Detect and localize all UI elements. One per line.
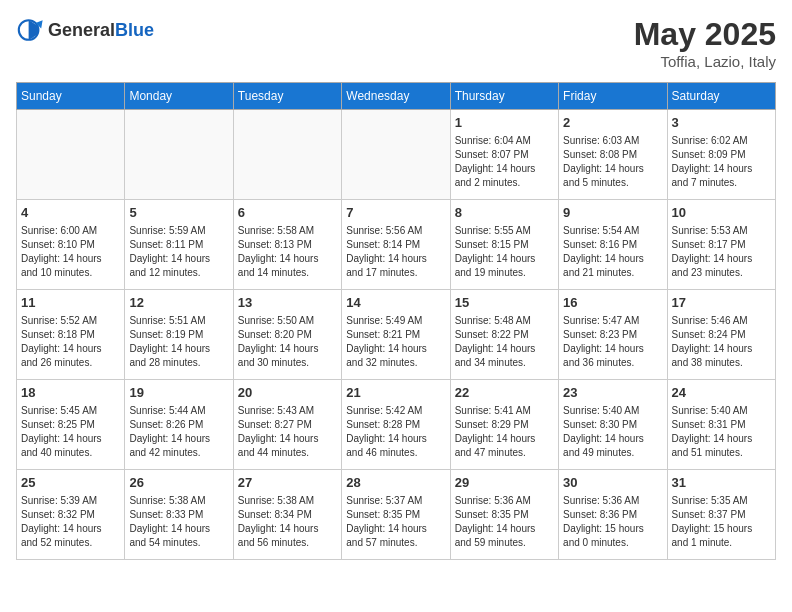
day-info: Sunrise: 5:53 AM Sunset: 8:17 PM Dayligh…	[672, 224, 771, 280]
calendar-cell: 14Sunrise: 5:49 AM Sunset: 8:21 PM Dayli…	[342, 290, 450, 380]
day-number: 18	[21, 384, 120, 402]
day-number: 26	[129, 474, 228, 492]
day-info: Sunrise: 5:50 AM Sunset: 8:20 PM Dayligh…	[238, 314, 337, 370]
day-number: 12	[129, 294, 228, 312]
logo-general: General	[48, 20, 115, 40]
day-info: Sunrise: 5:47 AM Sunset: 8:23 PM Dayligh…	[563, 314, 662, 370]
day-info: Sunrise: 6:03 AM Sunset: 8:08 PM Dayligh…	[563, 134, 662, 190]
calendar-cell: 13Sunrise: 5:50 AM Sunset: 8:20 PM Dayli…	[233, 290, 341, 380]
calendar-cell: 19Sunrise: 5:44 AM Sunset: 8:26 PM Dayli…	[125, 380, 233, 470]
day-info: Sunrise: 5:36 AM Sunset: 8:35 PM Dayligh…	[455, 494, 554, 550]
day-number: 27	[238, 474, 337, 492]
day-info: Sunrise: 5:48 AM Sunset: 8:22 PM Dayligh…	[455, 314, 554, 370]
calendar-cell: 26Sunrise: 5:38 AM Sunset: 8:33 PM Dayli…	[125, 470, 233, 560]
day-info: Sunrise: 5:40 AM Sunset: 8:30 PM Dayligh…	[563, 404, 662, 460]
day-info: Sunrise: 5:38 AM Sunset: 8:33 PM Dayligh…	[129, 494, 228, 550]
day-number: 6	[238, 204, 337, 222]
col-saturday: Saturday	[667, 83, 775, 110]
col-monday: Monday	[125, 83, 233, 110]
week-row-2: 4Sunrise: 6:00 AM Sunset: 8:10 PM Daylig…	[17, 200, 776, 290]
day-info: Sunrise: 5:56 AM Sunset: 8:14 PM Dayligh…	[346, 224, 445, 280]
day-number: 10	[672, 204, 771, 222]
month-title: May 2025	[634, 16, 776, 53]
calendar-cell: 8Sunrise: 5:55 AM Sunset: 8:15 PM Daylig…	[450, 200, 558, 290]
day-number: 30	[563, 474, 662, 492]
calendar-cell: 7Sunrise: 5:56 AM Sunset: 8:14 PM Daylig…	[342, 200, 450, 290]
day-number: 21	[346, 384, 445, 402]
calendar-cell: 6Sunrise: 5:58 AM Sunset: 8:13 PM Daylig…	[233, 200, 341, 290]
calendar-cell	[17, 110, 125, 200]
logo: GeneralBlue	[16, 16, 154, 44]
day-number: 5	[129, 204, 228, 222]
week-row-3: 11Sunrise: 5:52 AM Sunset: 8:18 PM Dayli…	[17, 290, 776, 380]
calendar-cell	[125, 110, 233, 200]
col-friday: Friday	[559, 83, 667, 110]
calendar-cell: 2Sunrise: 6:03 AM Sunset: 8:08 PM Daylig…	[559, 110, 667, 200]
calendar-cell	[342, 110, 450, 200]
col-sunday: Sunday	[17, 83, 125, 110]
logo-icon	[16, 16, 44, 44]
calendar-cell: 16Sunrise: 5:47 AM Sunset: 8:23 PM Dayli…	[559, 290, 667, 380]
calendar-cell: 4Sunrise: 6:00 AM Sunset: 8:10 PM Daylig…	[17, 200, 125, 290]
day-number: 9	[563, 204, 662, 222]
calendar-cell: 18Sunrise: 5:45 AM Sunset: 8:25 PM Dayli…	[17, 380, 125, 470]
calendar-cell: 11Sunrise: 5:52 AM Sunset: 8:18 PM Dayli…	[17, 290, 125, 380]
calendar-cell: 23Sunrise: 5:40 AM Sunset: 8:30 PM Dayli…	[559, 380, 667, 470]
day-info: Sunrise: 6:00 AM Sunset: 8:10 PM Dayligh…	[21, 224, 120, 280]
day-info: Sunrise: 5:55 AM Sunset: 8:15 PM Dayligh…	[455, 224, 554, 280]
day-info: Sunrise: 5:38 AM Sunset: 8:34 PM Dayligh…	[238, 494, 337, 550]
day-number: 22	[455, 384, 554, 402]
day-info: Sunrise: 5:44 AM Sunset: 8:26 PM Dayligh…	[129, 404, 228, 460]
calendar-cell: 15Sunrise: 5:48 AM Sunset: 8:22 PM Dayli…	[450, 290, 558, 380]
calendar-cell: 28Sunrise: 5:37 AM Sunset: 8:35 PM Dayli…	[342, 470, 450, 560]
calendar-cell: 9Sunrise: 5:54 AM Sunset: 8:16 PM Daylig…	[559, 200, 667, 290]
calendar-cell: 5Sunrise: 5:59 AM Sunset: 8:11 PM Daylig…	[125, 200, 233, 290]
calendar-cell: 27Sunrise: 5:38 AM Sunset: 8:34 PM Dayli…	[233, 470, 341, 560]
day-info: Sunrise: 6:02 AM Sunset: 8:09 PM Dayligh…	[672, 134, 771, 190]
day-info: Sunrise: 5:45 AM Sunset: 8:25 PM Dayligh…	[21, 404, 120, 460]
day-number: 7	[346, 204, 445, 222]
day-number: 2	[563, 114, 662, 132]
calendar-cell: 31Sunrise: 5:35 AM Sunset: 8:37 PM Dayli…	[667, 470, 775, 560]
location-title: Toffia, Lazio, Italy	[634, 53, 776, 70]
calendar-table: Sunday Monday Tuesday Wednesday Thursday…	[16, 82, 776, 560]
day-info: Sunrise: 5:36 AM Sunset: 8:36 PM Dayligh…	[563, 494, 662, 550]
week-row-4: 18Sunrise: 5:45 AM Sunset: 8:25 PM Dayli…	[17, 380, 776, 470]
day-info: Sunrise: 5:43 AM Sunset: 8:27 PM Dayligh…	[238, 404, 337, 460]
week-row-5: 25Sunrise: 5:39 AM Sunset: 8:32 PM Dayli…	[17, 470, 776, 560]
calendar-cell: 10Sunrise: 5:53 AM Sunset: 8:17 PM Dayli…	[667, 200, 775, 290]
day-number: 24	[672, 384, 771, 402]
col-thursday: Thursday	[450, 83, 558, 110]
calendar-cell: 30Sunrise: 5:36 AM Sunset: 8:36 PM Dayli…	[559, 470, 667, 560]
day-info: Sunrise: 5:52 AM Sunset: 8:18 PM Dayligh…	[21, 314, 120, 370]
day-info: Sunrise: 5:59 AM Sunset: 8:11 PM Dayligh…	[129, 224, 228, 280]
day-info: Sunrise: 5:39 AM Sunset: 8:32 PM Dayligh…	[21, 494, 120, 550]
day-number: 15	[455, 294, 554, 312]
day-info: Sunrise: 5:49 AM Sunset: 8:21 PM Dayligh…	[346, 314, 445, 370]
day-info: Sunrise: 6:04 AM Sunset: 8:07 PM Dayligh…	[455, 134, 554, 190]
col-tuesday: Tuesday	[233, 83, 341, 110]
day-info: Sunrise: 5:46 AM Sunset: 8:24 PM Dayligh…	[672, 314, 771, 370]
day-number: 11	[21, 294, 120, 312]
calendar-cell: 21Sunrise: 5:42 AM Sunset: 8:28 PM Dayli…	[342, 380, 450, 470]
logo-blue: Blue	[115, 20, 154, 40]
day-number: 16	[563, 294, 662, 312]
calendar-cell: 29Sunrise: 5:36 AM Sunset: 8:35 PM Dayli…	[450, 470, 558, 560]
day-number: 4	[21, 204, 120, 222]
day-number: 23	[563, 384, 662, 402]
col-wednesday: Wednesday	[342, 83, 450, 110]
day-number: 28	[346, 474, 445, 492]
day-number: 14	[346, 294, 445, 312]
day-info: Sunrise: 5:58 AM Sunset: 8:13 PM Dayligh…	[238, 224, 337, 280]
day-info: Sunrise: 5:37 AM Sunset: 8:35 PM Dayligh…	[346, 494, 445, 550]
day-number: 17	[672, 294, 771, 312]
calendar-cell: 3Sunrise: 6:02 AM Sunset: 8:09 PM Daylig…	[667, 110, 775, 200]
day-info: Sunrise: 5:54 AM Sunset: 8:16 PM Dayligh…	[563, 224, 662, 280]
day-number: 29	[455, 474, 554, 492]
day-number: 3	[672, 114, 771, 132]
day-number: 25	[21, 474, 120, 492]
calendar-cell: 22Sunrise: 5:41 AM Sunset: 8:29 PM Dayli…	[450, 380, 558, 470]
calendar-cell	[233, 110, 341, 200]
calendar-cell: 17Sunrise: 5:46 AM Sunset: 8:24 PM Dayli…	[667, 290, 775, 380]
day-info: Sunrise: 5:40 AM Sunset: 8:31 PM Dayligh…	[672, 404, 771, 460]
